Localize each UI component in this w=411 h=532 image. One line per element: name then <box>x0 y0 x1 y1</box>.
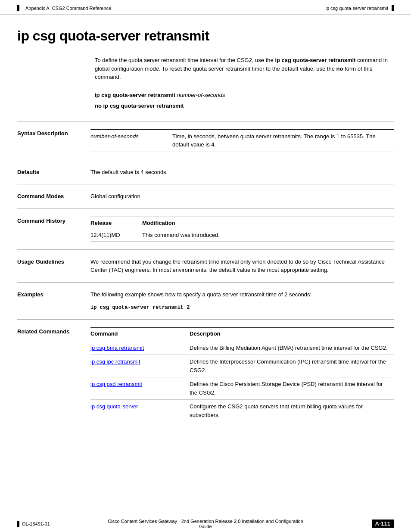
usage-guidelines-content: We recommend that you change the retrans… <box>90 258 394 274</box>
history-col1-header: Release <box>90 217 142 229</box>
syntax-param-1: number-of-seconds <box>90 129 172 152</box>
examples-label: Examples <box>17 290 90 312</box>
footer-left: OL-15491-01 <box>17 521 50 527</box>
history-modification-1: This command was introduced. <box>142 229 394 242</box>
history-row-1: 12.4(11)MD This command was introduced. <box>90 229 394 242</box>
defaults-text: The default value is 4 seconds. <box>90 169 168 175</box>
header-appendix: Appendix A <box>25 6 50 11</box>
footer-rule-icon <box>17 521 19 527</box>
usage-guidelines-text: We recommend that you change the retrans… <box>90 258 385 274</box>
syntax-description-section: Syntax Description number-of-seconds Tim… <box>17 121 394 160</box>
page-footer: OL-15491-01 Cisco Content Services Gatew… <box>0 515 411 532</box>
history-release-1: 12.4(11)MD <box>90 229 142 242</box>
footer-right-text: A-111 <box>372 520 394 528</box>
related-desc-3: Defines the Cisco Persistent Storage Dev… <box>190 377 394 400</box>
footer-center-text: Cisco Content Services Gateway - 2nd Gen… <box>103 519 308 529</box>
usage-guidelines-section: Usage Guidelines We recommend that you c… <box>17 249 394 282</box>
command-modes-text: Global configuration <box>90 193 140 199</box>
page-header: Appendix A CSG2 Command Reference ip csg… <box>0 0 411 15</box>
syntax-arg-1: number-of-seconds <box>177 92 225 98</box>
page-title: ip csg quota-server retransmit <box>17 28 394 44</box>
related-cmd-link-2[interactable]: ip csg ipc retransmit <box>90 358 140 365</box>
related-desc-4: Configures the CSG2 quota servers that r… <box>190 400 394 422</box>
description-bold2: no <box>336 65 343 72</box>
syntax-description-label: Syntax Description <box>17 129 90 152</box>
related-col2-header: Description <box>190 328 394 341</box>
header-right-text: ip csg quota-server retransmit <box>326 6 389 11</box>
usage-guidelines-label: Usage Guidelines <box>17 258 90 274</box>
related-row-3: ip csg psd retransmit Defines the Cisco … <box>90 377 394 400</box>
history-table: Release Modification 12.4(11)MD This com… <box>90 217 394 242</box>
syntax-cmd-1: ip csg quota-server retransmit <box>95 92 177 98</box>
related-col1-header: Command <box>90 328 190 341</box>
related-desc-1: Defines the Billing Mediation Agent (BMA… <box>190 341 394 355</box>
defaults-section: Defaults The default value is 4 seconds. <box>17 160 394 184</box>
command-history-content: Release Modification 12.4(11)MD This com… <box>90 217 394 242</box>
related-header-row: Command Description <box>90 328 394 341</box>
syntax-table: number-of-seconds Time, in seconds, betw… <box>90 129 394 152</box>
related-cmd-2[interactable]: ip csg ipc retransmit <box>90 355 190 377</box>
header-left: Appendix A CSG2 Command Reference <box>17 5 111 11</box>
examples-code: ip csg quota-server retransmit 2 <box>90 305 190 311</box>
related-cmd-3[interactable]: ip csg psd retransmit <box>90 377 190 400</box>
header-rule-right <box>392 5 394 11</box>
related-commands-section: Related Commands Command Description ip … <box>17 319 394 430</box>
command-modes-content: Global configuration <box>90 192 394 201</box>
description-text1: To define the quota server retransmit ti… <box>95 57 275 63</box>
syntax-row-1: number-of-seconds Time, in seconds, betw… <box>90 129 394 152</box>
command-modes-label: Command Modes <box>17 192 90 201</box>
examples-content: The following example shows how to speci… <box>90 290 394 312</box>
header-rule-icon <box>17 5 19 11</box>
command-history-section: Command History Release Modification 12.… <box>17 208 394 249</box>
related-table: Command Description ip csg bma retransmi… <box>90 327 394 422</box>
description-block: To define the quota server retransmit ti… <box>95 56 394 81</box>
related-commands-content: Command Description ip csg bma retransmi… <box>90 327 394 422</box>
related-commands-label: Related Commands <box>17 327 90 422</box>
history-col2-header: Modification <box>142 217 394 229</box>
command-modes-section: Command Modes Global configuration <box>17 184 394 208</box>
footer-left-text: OL-15491-01 <box>22 521 50 526</box>
header-section: CSG2 Command Reference <box>52 6 112 11</box>
defaults-content: The default value is 4 seconds. <box>90 168 394 177</box>
syntax-line-2: no ip csg quota-server retransmit <box>95 103 394 109</box>
related-cmd-link-1[interactable]: ip csg bma retransmit <box>90 345 144 351</box>
related-cmd-4[interactable]: ip csg quota-server <box>90 400 190 422</box>
related-row-2: ip csg ipc retransmit Defines the Interp… <box>90 355 394 377</box>
history-header-row: Release Modification <box>90 217 394 229</box>
related-cmd-1[interactable]: ip csg bma retransmit <box>90 341 190 355</box>
command-syntax-block: ip csg quota-server retransmit number-of… <box>95 92 394 109</box>
examples-text: The following example shows how to speci… <box>90 290 394 299</box>
related-row-4: ip csg quota-server Configures the CSG2 … <box>90 400 394 422</box>
header-right: ip csg quota-server retransmit <box>326 5 394 11</box>
syntax-description-content: number-of-seconds Time, in seconds, betw… <box>90 129 394 152</box>
defaults-label: Defaults <box>17 168 90 177</box>
main-content: ip csg quota-server retransmit To define… <box>0 15 411 456</box>
command-history-label: Command History <box>17 217 90 242</box>
examples-section: Examples The following example shows how… <box>17 282 394 320</box>
description-bold1: ip csg quota-server retransmit <box>275 57 355 63</box>
related-desc-2: Defines the Interprocessor Communication… <box>190 355 394 377</box>
related-cmd-link-3[interactable]: ip csg psd retransmit <box>90 381 142 387</box>
related-cmd-link-4[interactable]: ip csg quota-server <box>90 403 138 410</box>
syntax-cmd-2: no ip csg quota-server retransmit <box>95 103 184 109</box>
syntax-line-1: ip csg quota-server retransmit number-of… <box>95 92 394 98</box>
syntax-desc-1: Time, in seconds, between quota server r… <box>172 129 394 152</box>
related-row-1: ip csg bma retransmit Defines the Billin… <box>90 341 394 355</box>
